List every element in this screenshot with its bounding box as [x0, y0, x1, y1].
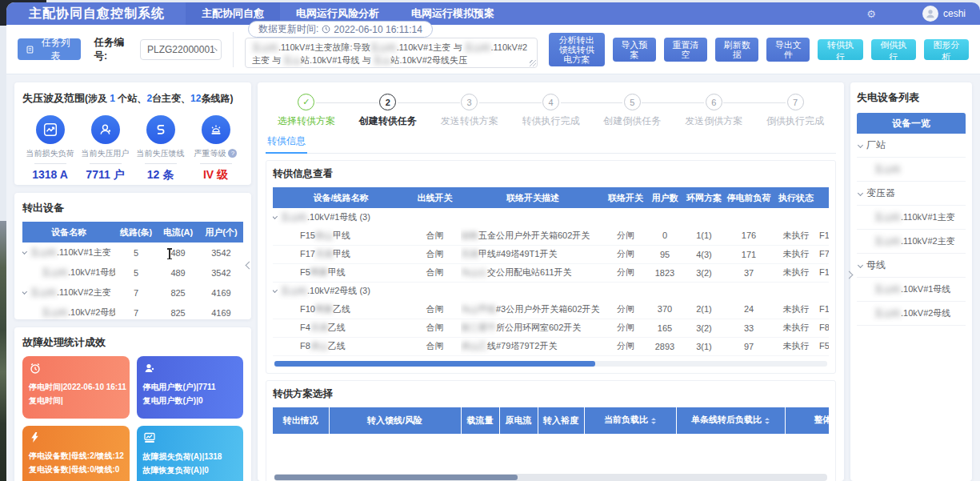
tree-item-station[interactable]: 五山站 — [857, 158, 966, 182]
stat-severity: 严重等级 ? IV 级 — [188, 115, 243, 182]
step-create-reverse-task[interactable]: 5 创建倒供任务 — [591, 94, 673, 128]
horizontal-scrollbar[interactable] — [274, 361, 827, 367]
alarm-clock-icon — [29, 362, 42, 375]
graphic-analysis-button[interactable]: 图形分析 — [924, 39, 969, 60]
table-row[interactable]: F10网夏乙线 合闸 马山甲线#3公用户外开关箱602开关 分闸 370 2(1… — [273, 300, 829, 319]
import-plan-button[interactable]: 导入预案 — [613, 38, 656, 62]
group-row-bus1[interactable]: 五山站.10kV#1母线 (3) — [273, 208, 829, 226]
expand-table-handle[interactable] — [846, 267, 852, 281]
collapse-left-panel-handle[interactable] — [246, 257, 252, 271]
col-overall-load-ratio[interactable]: 整体执行负载比 — [785, 407, 829, 434]
table-row[interactable]: 五山站.10kV#1母线 5 489 3542 — [22, 263, 243, 283]
transfer-info-view: 转供信息查看 设备/线路名称 出线开关 联络开关描述 联络开关 用户数 环网方案… — [266, 160, 836, 374]
table-row[interactable]: F8虎山乙线 合闸 虎山乙线#79塔79T2开关 分闸 2893 3(1) 97… — [273, 337, 829, 355]
horizontal-scrollbar-bottom[interactable] — [274, 474, 827, 481]
step-create-task[interactable]: 2 创建转供任务 — [347, 94, 429, 128]
transfer-execute-button[interactable]: 转供执行 — [818, 39, 862, 60]
masked-text: 创格 — [461, 230, 478, 240]
impact-sub-text: 台主变、 — [152, 93, 190, 104]
col-transfer-margin: 转入裕度 — [538, 407, 584, 434]
tree-item-transformer-2[interactable]: 五山站.110kV#2主变 — [857, 230, 966, 254]
task-no-select[interactable]: PLZG22000001 — [140, 39, 222, 60]
table-row[interactable]: 五山站.110kV#2主变 7 825 4169 — [22, 283, 243, 303]
toolbar: 任务列表 任务编号: PLZG22000001 数据更新时间: 2022-06-… — [6, 25, 980, 74]
user-icon — [91, 115, 120, 144]
user-count: 1823 — [646, 263, 683, 282]
check-icon: ✓ — [298, 94, 314, 110]
scrollbar-thumb[interactable] — [274, 361, 595, 367]
export-file-button[interactable]: 导出文件 — [766, 38, 810, 62]
step-transfer-done[interactable]: 4 转供执行完成 — [510, 94, 592, 128]
lines-value: 7 — [115, 283, 157, 303]
table-row[interactable]: F17天湖甲线 合闸 天湖甲线#49塔49T1开关 分闸 95 4(3) 171… — [273, 245, 829, 263]
lines-value: 5 — [115, 263, 157, 283]
sort-icon[interactable] — [651, 415, 656, 427]
masked-text: 马山公 — [461, 267, 487, 277]
masked-station-name: 五山站 — [874, 283, 901, 295]
masked-text: 天湖 — [461, 249, 478, 259]
gear-icon[interactable]: ⚙ — [866, 8, 876, 20]
table-row[interactable]: F5网夏甲线 合闸 马山公交公用配电站611开关 分闸 1823 3(2) 37… — [273, 263, 829, 282]
col-user-count: 用户数 — [646, 187, 683, 208]
tree-item-bus-2[interactable]: 五山站.10kV#2母线 — [857, 302, 966, 326]
task-list-button[interactable]: 任务列表 — [18, 38, 81, 60]
step-select-plan[interactable]: ✓ 选择转供方案 — [266, 94, 347, 128]
reset-clear-button[interactable]: 重置清空 — [664, 38, 707, 62]
tree-item-transformer-1[interactable]: 五山站.110kV#1主变 — [857, 206, 966, 230]
masked-station-name: 五山站 — [42, 307, 68, 317]
tree-item-bus-1[interactable]: 五山站.10kV#1母线 — [857, 278, 966, 302]
tree-section-label: 厂站 — [866, 138, 886, 152]
masked-text: 网夏 — [315, 304, 333, 314]
ring-plan: 3(2) — [683, 319, 725, 337]
transfer-info-table: 设备/线路名称 出线开关 联络开关描述 联络开关 用户数 环网方案 停电前负荷 … — [273, 187, 829, 356]
fault-description-input[interactable]: 五山站.110kV#1主变故障:导致五山站.110kV#1主变 与 五山站.11… — [245, 38, 538, 68]
chevron-down-icon — [858, 190, 863, 196]
help-icon[interactable]: ? — [228, 149, 237, 158]
analyze-transfer-plan-button[interactable]: 分析转出馈线转供电方案 — [549, 33, 605, 66]
chevron-down-icon[interactable] — [22, 249, 27, 255]
stat-value: 12 条 — [133, 168, 188, 182]
sort-icon[interactable] — [765, 415, 770, 427]
pre-outage-load: 24 — [725, 300, 773, 319]
tab-transfer-info[interactable]: 转供信息 — [266, 131, 307, 153]
users-value: 4169 — [199, 283, 243, 303]
tie-switch: 分闸 — [605, 319, 646, 337]
transfer-out-card: 转出设备 设备名称 线路(条) 电流(A) 用户(个) 五山站.110kV#1主… — [14, 193, 251, 319]
tree-section-buses[interactable]: 母线 — [857, 254, 966, 278]
chevron-down-icon[interactable] — [22, 289, 27, 295]
masked-text: 联山 — [315, 230, 333, 240]
masked-text: 天湖 — [315, 249, 333, 259]
step-number: 2 — [379, 94, 396, 110]
refresh-data-button[interactable]: 刷新数据 — [715, 38, 758, 62]
reverse-supply-execute-button[interactable]: 倒供执行 — [871, 39, 916, 60]
col-current-load-ratio[interactable]: 当前负载比 — [584, 407, 676, 434]
device-overview-header: 设备一览 — [857, 113, 966, 134]
step-send-reverse-plan[interactable]: 6 发送倒供方案 — [673, 94, 754, 128]
step-reverse-done[interactable]: 7 倒供执行完成 — [754, 94, 836, 128]
user-menu[interactable]: ceshi — [922, 6, 966, 22]
table-row[interactable]: 五山站.110kV#1主变 5 489 3542 — [22, 243, 243, 263]
task-list-label: 任务列表 — [38, 36, 74, 63]
users-value: 4169 — [199, 303, 243, 323]
masked-station-name: 五山站 — [281, 212, 307, 222]
tie-switch-desc: 交公用配电站611开关 — [487, 267, 572, 277]
col-single-line-load-ratio[interactable]: 单条线转后负载比 — [676, 407, 785, 434]
table-row[interactable]: 五山站.10kV#2母线 7 825 4169 — [22, 303, 243, 323]
table-row[interactable]: F4天湖乙线 合闸 第三看守所公用环网室602开关 分闸 165 3(2) 33… — [273, 319, 829, 337]
plan-table-viewport: 转出情况 转入馈线/风险 载流量 原电流 转入裕度 当前负载比 单条线转后负载比… — [273, 407, 829, 467]
table-row[interactable]: F15联山甲线 合闸 创格五金公用户外开关箱602开关 分闸 0 1(1) 17… — [273, 226, 829, 245]
group-row-bus2[interactable]: 五山站.10kV#2母线 (3) — [273, 282, 829, 300]
fault-lost-load: 故障损失负荷(A)|1318 — [143, 450, 238, 463]
step-send-plan[interactable]: 3 发送转供方案 — [429, 94, 510, 128]
masked-text: 第三看守 — [461, 323, 496, 332]
step-label: 创建倒供任务 — [591, 114, 673, 128]
scrollbar-thumb[interactable] — [274, 475, 518, 480]
outage-devices: 停电设备数|母线:2/馈线:12 — [29, 449, 123, 463]
pre-outage-load: 176 — [725, 226, 773, 245]
chevron-down-icon[interactable] — [273, 287, 278, 293]
feeder-name: 乙线 — [328, 323, 346, 332]
transfer-plan-select: 转供方案选择 转出情况 转入馈线/风险 载流量 原电流 转入裕度 当前负载比 单… — [266, 380, 836, 481]
tree-section-transformers[interactable]: 变压器 — [857, 182, 966, 206]
chevron-down-icon[interactable] — [273, 214, 278, 219]
tree-section-stations[interactable]: 厂站 — [857, 134, 966, 158]
